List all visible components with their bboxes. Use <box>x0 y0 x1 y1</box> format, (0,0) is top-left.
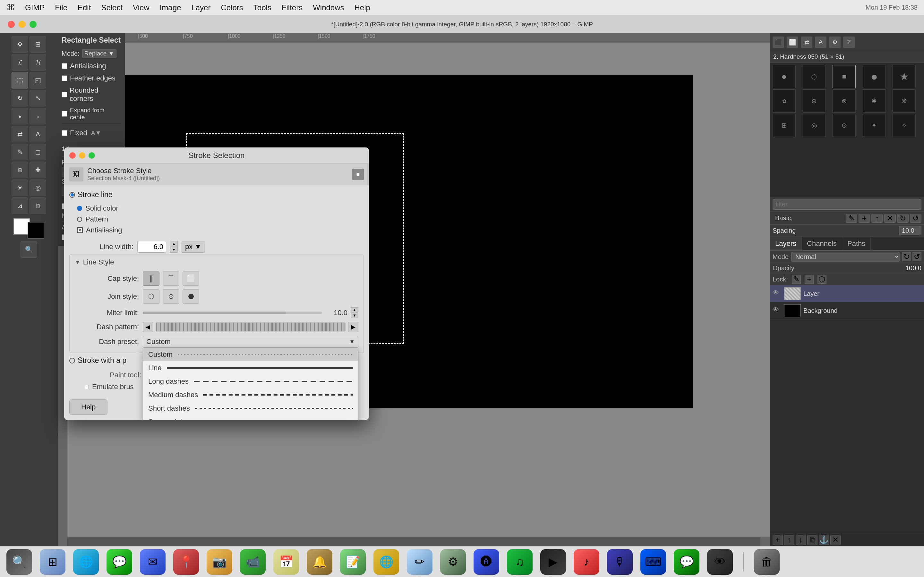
menu-windows[interactable]: Windows <box>313 3 344 12</box>
maximize-button[interactable] <box>29 21 37 28</box>
menu-colors[interactable]: Colors <box>221 3 243 12</box>
brush-item[interactable]: ◌ <box>803 65 826 88</box>
fixed-checkbox[interactable] <box>61 130 67 136</box>
minimize-button[interactable] <box>19 21 26 28</box>
brush-item[interactable]: ● <box>863 65 886 88</box>
brush-item[interactable]: ✿ <box>772 89 796 113</box>
brush-item[interactable]: ❋ <box>893 89 916 113</box>
duplicate-layer-btn[interactable]: ⧉ <box>807 535 817 545</box>
scroll-corner[interactable] <box>760 537 770 546</box>
free-select[interactable]: 𝓛 <box>11 54 28 71</box>
dock-mail[interactable]: ✉ <box>140 549 166 575</box>
perspective[interactable]: ⬦ <box>29 108 46 124</box>
brush-tool-btn4[interactable]: ✕ <box>884 214 896 223</box>
miter-down[interactable]: ▼ <box>351 313 359 318</box>
miter-slider[interactable] <box>143 311 322 314</box>
dodge-tool[interactable]: ☀ <box>11 179 28 196</box>
color-icon[interactable]: ⬛ <box>772 37 784 48</box>
anchor-layer-btn[interactable]: ⚓ <box>819 535 829 545</box>
new-layer-btn[interactable]: + <box>772 535 783 545</box>
collapse-icon[interactable]: ▼ <box>75 259 81 266</box>
lock-pixels[interactable]: ✎ <box>792 275 801 284</box>
stepper-down[interactable]: ▼ <box>170 247 178 253</box>
menu-gimp[interactable]: GIMP <box>25 3 45 12</box>
stroke-paint-radio[interactable] <box>69 358 75 364</box>
rect-select[interactable]: ⬚ <box>11 72 28 89</box>
brush-item[interactable]: ● <box>772 65 796 88</box>
menu-view[interactable]: View <box>133 3 150 12</box>
menu-image[interactable]: Image <box>160 3 181 12</box>
dialog-close[interactable] <box>69 152 76 159</box>
dock-launchpad[interactable]: ⊞ <box>40 549 65 575</box>
heal-tool[interactable]: ✚ <box>29 161 46 178</box>
brush-tool-btn6[interactable]: ↺ <box>910 214 921 223</box>
join-miter[interactable]: ⬡ <box>143 290 160 303</box>
cap-square[interactable]: ⬜ <box>183 271 199 285</box>
dialog-close-btn[interactable]: ■ <box>352 169 364 180</box>
dock-maps[interactable]: 📍 <box>173 549 199 575</box>
dock-spotify[interactable]: ♫ <box>507 549 533 575</box>
stepper-up[interactable]: ▲ <box>170 241 178 247</box>
dock-appletv[interactable]: ▶ <box>540 549 566 575</box>
erase-tool[interactable]: ◻ <box>29 143 46 160</box>
dropdown-item-medium-dashes[interactable]: Medium dashes <box>143 388 358 402</box>
brush-item[interactable]: ⊗ <box>833 89 856 113</box>
swap-icon[interactable]: ⇄ <box>801 37 813 48</box>
menu-edit[interactable]: Edit <box>78 3 91 12</box>
tab-channels[interactable]: Channels <box>802 237 842 250</box>
dash-preset-dropdown[interactable]: Custom ▼ <box>143 336 359 348</box>
layer-eye-icon2[interactable]: 👁 <box>772 306 782 315</box>
layer-btn2[interactable]: ↺ <box>913 252 921 261</box>
line-width-stepper[interactable]: ▲ ▼ <box>170 241 178 253</box>
dock-systemprefs[interactable]: ⚙ <box>440 549 466 575</box>
dropdown-item-sparse-dots[interactable]: Sparse dots <box>143 415 358 420</box>
dock-reminders[interactable]: 🔔 <box>307 549 333 575</box>
background-color[interactable] <box>27 222 44 239</box>
dropdown-item-short-dashes[interactable]: Short dashes <box>143 402 358 415</box>
join-round[interactable]: ⊙ <box>163 290 179 303</box>
dock-appstore[interactable]: 🅐 <box>473 549 499 575</box>
antialiasing-checkbox[interactable] <box>61 63 67 69</box>
crop-tool[interactable]: ◱ <box>29 72 46 89</box>
apple-menu[interactable]: ⌘ <box>6 3 15 13</box>
dock-music[interactable]: ♪ <box>573 549 599 575</box>
layer-item-layer[interactable]: 👁 Layer <box>770 285 924 302</box>
tab-layers[interactable]: Layers <box>770 237 802 250</box>
brush-tool-btn5[interactable]: ↻ <box>897 214 909 223</box>
miter-up[interactable]: ▲ <box>351 308 359 313</box>
spacing-input[interactable] <box>899 226 921 235</box>
dropdown-item-long-dashes[interactable]: Long dashes <box>143 375 358 388</box>
brush-item[interactable]: ★ <box>893 65 916 88</box>
menu-filters[interactable]: Filters <box>282 3 302 12</box>
align-tool[interactable]: ⊞ <box>29 36 46 53</box>
lock-position[interactable]: + <box>804 275 814 284</box>
raise-layer-btn[interactable]: ↑ <box>784 535 795 545</box>
measure-tool[interactable]: ⊿ <box>11 197 28 214</box>
stroke-line-radio[interactable] <box>69 192 75 198</box>
dock-vscode[interactable]: ⌨ <box>640 549 666 575</box>
shear-tool[interactable]: ⬧ <box>11 108 28 124</box>
join-bevel[interactable]: ⬣ <box>183 290 199 303</box>
close-button[interactable] <box>8 21 15 28</box>
rotate-tool[interactable]: ↻ <box>11 90 28 106</box>
mode-select[interactable]: Normal <box>791 252 900 261</box>
expand-center-checkbox[interactable] <box>61 111 67 117</box>
antialiasing-checkbox[interactable]: ✕ <box>77 227 83 233</box>
feather-edges-checkbox[interactable] <box>61 75 67 81</box>
brush-item[interactable]: ⊙ <box>833 114 856 137</box>
lock-alpha[interactable]: ⬡ <box>817 275 827 284</box>
brush-tool-btn2[interactable]: + <box>859 214 870 223</box>
brush-item[interactable]: ✱ <box>863 89 886 113</box>
dock-trash[interactable]: 🗑 <box>754 549 780 575</box>
dock-photos[interactable]: 📷 <box>207 549 232 575</box>
dock-creepin[interactable]: 👁 <box>707 549 733 575</box>
cap-round[interactable]: ⌒ <box>163 271 179 285</box>
color2-icon[interactable]: ⬜ <box>787 37 798 48</box>
lower-layer-btn[interactable]: ↓ <box>796 535 806 545</box>
dock-messages[interactable]: 💬 <box>107 549 132 575</box>
pattern-radio[interactable] <box>77 217 82 222</box>
unit-dropdown[interactable]: px ▼ <box>182 241 205 253</box>
dock-facetime[interactable]: 📹 <box>240 549 266 575</box>
brush-item[interactable]: ✧ <box>893 114 916 137</box>
dock-chrome[interactable]: 🌐 <box>373 549 399 575</box>
